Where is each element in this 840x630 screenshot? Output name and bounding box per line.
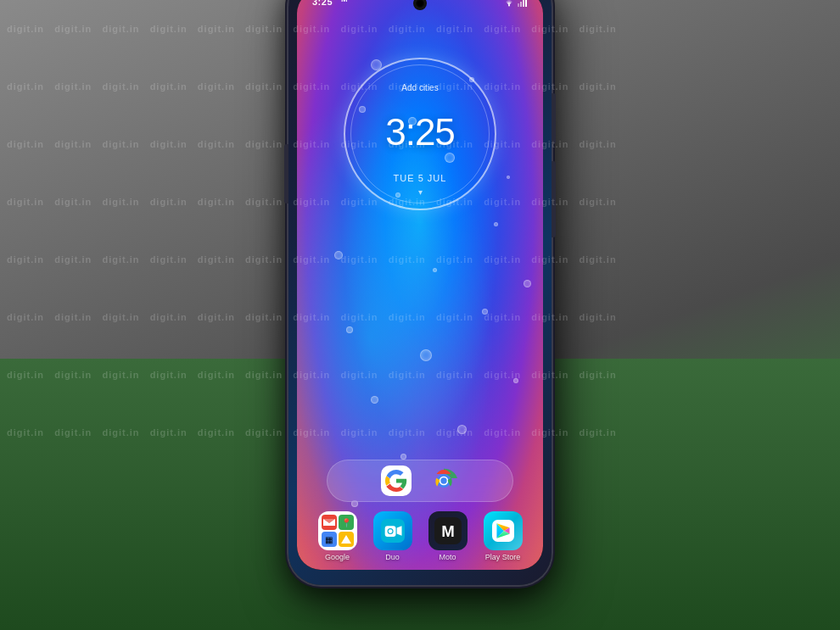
status-time: 3:25 bbox=[312, 0, 333, 7]
svg-rect-1 bbox=[518, 3, 519, 7]
power-button bbox=[552, 93, 556, 144]
play-store-icon bbox=[484, 511, 523, 550]
duo-svg bbox=[381, 519, 405, 543]
droplet bbox=[334, 251, 343, 259]
clock-date: TUE 5 JUL bbox=[394, 173, 447, 183]
maps-mini-icon: 📍 bbox=[339, 515, 354, 530]
app-row: 📍 ▦ Google bbox=[310, 511, 530, 561]
google-apps-label: Google bbox=[325, 553, 350, 561]
duo-icon bbox=[373, 511, 412, 550]
volume-left-button bbox=[284, 144, 288, 203]
clock-chevron: ▾ bbox=[418, 187, 423, 197]
chrome-icon bbox=[430, 467, 457, 494]
clock-add-cities-label: Add cities bbox=[401, 83, 438, 92]
droplet bbox=[494, 222, 498, 226]
clock-widget[interactable]: Add cities 3:25 TUE 5 JUL ▾ bbox=[344, 58, 496, 210]
duo-label: Duo bbox=[385, 553, 400, 561]
wifi-icon bbox=[503, 0, 515, 7]
droplet bbox=[371, 396, 378, 404]
svg-rect-2 bbox=[520, 2, 522, 7]
moto-app-item[interactable]: M Moto bbox=[428, 511, 468, 561]
moto-label: Moto bbox=[439, 553, 456, 561]
droplet bbox=[507, 176, 510, 179]
play-store-label: Play Store bbox=[485, 553, 521, 561]
droplet bbox=[482, 309, 488, 315]
google-icon bbox=[385, 470, 407, 492]
phone-body: 3:25 M bbox=[288, 0, 552, 585]
play-store-svg bbox=[492, 520, 514, 542]
droplet bbox=[457, 425, 467, 434]
phone-screen: 3:25 M bbox=[297, 0, 543, 570]
drive-mini-icon bbox=[339, 532, 354, 547]
duo-app-item[interactable]: Duo bbox=[373, 511, 412, 561]
volume-button bbox=[552, 161, 556, 237]
status-carrier: M bbox=[341, 0, 348, 3]
droplet bbox=[524, 280, 531, 287]
google-dock-icon[interactable] bbox=[381, 466, 412, 496]
google-apps-item[interactable]: 📍 ▦ Google bbox=[318, 511, 357, 561]
moto-icon: M bbox=[428, 511, 468, 550]
svg-rect-4 bbox=[525, 0, 527, 7]
status-icons bbox=[503, 0, 528, 7]
dock-bar bbox=[327, 460, 513, 502]
gmail-mini-icon bbox=[322, 515, 337, 530]
signal-icon bbox=[518, 0, 528, 7]
svg-point-9 bbox=[440, 477, 446, 483]
svg-point-0 bbox=[508, 5, 510, 7]
moto-svg: M bbox=[434, 517, 462, 544]
svg-marker-10 bbox=[341, 535, 351, 544]
droplet bbox=[433, 268, 437, 272]
svg-text:M: M bbox=[441, 522, 455, 540]
chrome-dock-icon[interactable] bbox=[428, 466, 459, 496]
play-store-item[interactable]: Play Store bbox=[484, 511, 523, 561]
droplet bbox=[346, 326, 353, 333]
google-cluster-icon: 📍 ▦ bbox=[318, 511, 357, 550]
svg-point-15 bbox=[388, 529, 392, 533]
gapps-mini-icon: ▦ bbox=[322, 532, 337, 547]
clock-time: 3:25 bbox=[385, 111, 455, 153]
droplet bbox=[420, 349, 432, 361]
svg-rect-3 bbox=[523, 0, 524, 7]
